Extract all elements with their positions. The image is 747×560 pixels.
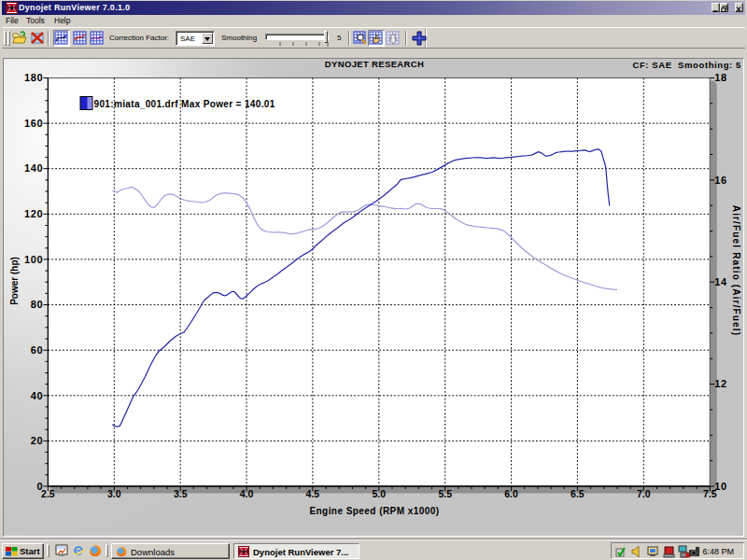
svg-text:140: 140: [24, 162, 43, 174]
svg-text:3.0: 3.0: [107, 488, 121, 499]
svg-text:60: 60: [31, 344, 43, 356]
svg-text:20: 20: [31, 435, 43, 446]
svg-text:160: 160: [24, 118, 43, 129]
svg-text:5.0: 5.0: [372, 488, 386, 499]
svg-text:10: 10: [714, 481, 726, 492]
svg-text:120: 120: [24, 208, 43, 219]
svg-text:3.5: 3.5: [174, 488, 188, 499]
svg-text:Air/Fuel Ratio (Air/Fuel): Air/Fuel Ratio (Air/Fuel): [731, 205, 741, 336]
svg-text:DYNOJET RESEARCH: DYNOJET RESEARCH: [325, 59, 424, 69]
svg-text:16: 16: [714, 175, 726, 186]
svg-text:80: 80: [31, 299, 43, 310]
svg-text:7.0: 7.0: [637, 488, 651, 499]
svg-text:12: 12: [714, 378, 726, 389]
svg-text:Engine Speed (RPM x1000): Engine Speed (RPM x1000): [309, 506, 439, 516]
svg-text:4.5: 4.5: [306, 488, 320, 499]
svg-text:6.5: 6.5: [571, 488, 585, 499]
svg-text:100: 100: [24, 254, 43, 265]
svg-text:4.0: 4.0: [240, 488, 254, 499]
svg-text:180: 180: [24, 72, 43, 83]
svg-text:40: 40: [31, 390, 43, 401]
svg-text:18: 18: [714, 72, 726, 83]
svg-text:5.5: 5.5: [438, 488, 452, 499]
svg-text:901:miata_001.drf Max Power =: 901:miata_001.drf Max Power = 140.01: [94, 99, 275, 109]
svg-text:6.0: 6.0: [504, 488, 518, 499]
svg-text:Power (hp): Power (hp): [9, 257, 20, 305]
svg-text:2.5: 2.5: [41, 488, 55, 499]
svg-text:CF: SAE Smoothing: 5: CF: SAE Smoothing: 5: [632, 60, 741, 70]
svg-text:14: 14: [714, 276, 727, 287]
